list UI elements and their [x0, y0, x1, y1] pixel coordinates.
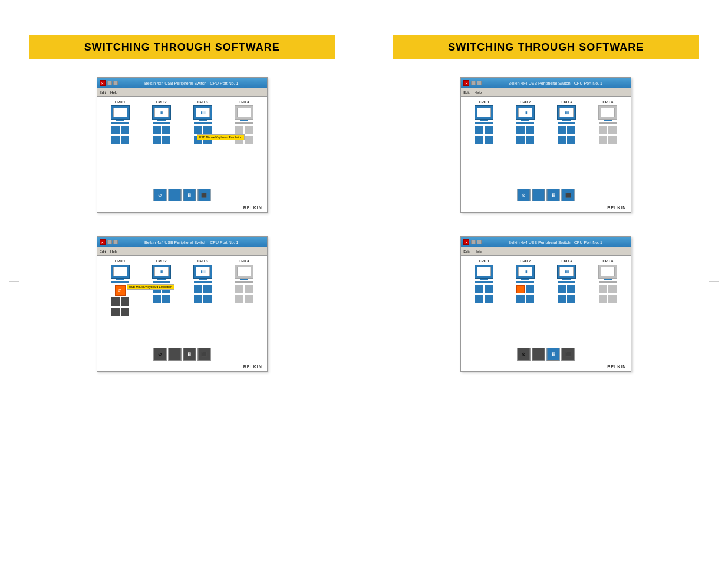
cpu-col-4: CPU 4 — [225, 100, 263, 209]
bl-toolbar-btn-1[interactable]: ⊘ — [153, 348, 166, 361]
maximize-btn-bl[interactable] — [113, 240, 118, 244]
r-sq11 — [558, 136, 566, 144]
br-line6 — [558, 282, 575, 283]
bl-toolbar-btn-4[interactable]: ⬛ — [197, 348, 210, 361]
window-toolbar-r1: ⊘ — 🖥 ⬛ — [518, 189, 575, 201]
maximize-btn-br[interactable] — [477, 240, 482, 244]
toolbar-btn-2[interactable]: — — [168, 189, 181, 201]
bl-toolbar-btn-2[interactable]: — — [168, 348, 181, 361]
r-line2 — [475, 123, 493, 124]
left-screen-1-titlebar: ✕ Belkin 4x4 USB Peripheral Switch - CPU… — [97, 78, 267, 88]
r-cpu4-sq-row1 — [599, 126, 617, 134]
cpu4-monitor — [235, 105, 253, 120]
right-screen-1-titlebar: ✕ Belkin 4x4 USB Peripheral Switch - CPU… — [461, 78, 631, 88]
window-title-r: Belkin 4x4 USB Peripheral Switch - CPU P… — [482, 81, 628, 85]
br-line7 — [599, 281, 617, 282]
left-banner-text: SWITCHING THROUGH SOFTWARE — [84, 41, 280, 53]
bl-sq12 — [203, 295, 212, 303]
close-btn[interactable]: ✕ — [100, 80, 106, 86]
r-cpu1-lines — [465, 121, 503, 124]
bl-line2 — [111, 282, 129, 283]
bl-cpu-col-1: CPU 1 ⊘ USB Mouse/Keyboard — [101, 259, 140, 368]
br-line4 — [516, 282, 534, 283]
close-btn-bl[interactable]: ✕ — [100, 239, 106, 245]
br-sq5 — [526, 285, 534, 293]
toolbar-btn-3[interactable]: 🖥 — [183, 189, 196, 201]
bl-cpu2-monitor: ▐▐ — [152, 265, 171, 279]
belkin-label-bl: BELKIN — [243, 365, 262, 369]
bl-line1 — [111, 281, 129, 282]
bl-cpu3-sq-row1 — [194, 285, 212, 293]
bl-toolbar-btn-3[interactable]: 🖥 — [183, 348, 196, 361]
right-panel: SWITCHING ThROUGH SOFTWARE ✕ Belkin 4x4 … — [364, 35, 729, 213]
br-cpu2-sq-row1 — [516, 285, 534, 293]
bl-cpu2-label: CPU 2 — [156, 259, 167, 263]
bl-cpu3-label: CPU 3 — [197, 259, 208, 263]
line1 — [194, 122, 212, 123]
cpu4-sq-row1 — [235, 126, 253, 134]
br-cpu3-screen: ▐▐▐ — [559, 267, 574, 276]
belkin-label-1: BELKIN — [243, 206, 262, 210]
r-toolbar-btn-3[interactable]: 🖥 — [547, 189, 560, 201]
br-toolbar-btn-3[interactable]: 🖥 — [547, 348, 560, 361]
br-toolbar-btn-1[interactable]: ⊘ — [518, 348, 531, 361]
menu-edit-br[interactable]: Edit — [463, 250, 469, 253]
close-btn-br[interactable]: ✕ — [463, 239, 469, 245]
line2 — [235, 123, 253, 124]
bl-sq14 — [245, 285, 253, 293]
line2 — [153, 123, 170, 124]
line2 — [111, 123, 129, 124]
cpu2-label: CPU 2 — [156, 100, 167, 104]
r-cpu4-screen — [601, 108, 615, 117]
page-content: SWITCHING THROUGH SOFTWARE ✕ Belkin 4x4 … — [0, 0, 728, 562]
bl-cpu1-screen — [113, 267, 127, 276]
toolbar-btn-4[interactable]: ⬛ — [197, 189, 210, 201]
cpu1-sq-row1 — [111, 126, 129, 134]
toolbar-btn-1[interactable]: ⊘ — [153, 189, 166, 201]
bl-line3 — [153, 281, 170, 282]
br-cpu4-label: CPU 4 — [602, 259, 613, 263]
menu-help[interactable]: Help — [110, 91, 117, 94]
bl-line5 — [194, 281, 212, 282]
sq1 — [235, 126, 243, 134]
belkin-label-r1: BELKIN — [607, 206, 626, 210]
menu-edit-r[interactable]: Edit — [463, 91, 469, 94]
bl-cpu3-lines — [183, 280, 222, 283]
minimize-btn-r[interactable] — [471, 81, 476, 85]
minimize-btn-br[interactable] — [471, 240, 476, 244]
bl-cpu4-sq-row2 — [235, 295, 253, 303]
bl-cpu4-monitor — [235, 265, 253, 279]
r-cpu-col-1: CPU 1 — [465, 100, 503, 209]
r-toolbar-btn-1[interactable]: ⊘ — [518, 189, 531, 201]
right-banner: SWITCHING ThROUGH SOFTWARE — [393, 35, 699, 59]
maximize-btn[interactable] — [113, 81, 118, 85]
maximize-btn-r[interactable] — [477, 81, 482, 85]
bl-cpu2-screen: ▐▐ — [154, 267, 169, 276]
bl-cpu1-label: CPU 1 — [115, 259, 126, 263]
cpu1-monitor — [111, 105, 130, 120]
r-cpu2-sq-row2 — [516, 136, 534, 144]
br-cpu-col-1: CPU 1 — [465, 259, 503, 368]
menu-help-br[interactable]: Help — [475, 250, 482, 253]
br-toolbar-btn-4[interactable]: ⬛ — [562, 348, 575, 361]
br-toolbar-btn-2[interactable]: — — [532, 348, 545, 361]
r-toolbar-btn-2[interactable]: — — [532, 189, 545, 201]
br-sq8 — [558, 285, 566, 293]
minimize-btn-bl[interactable] — [107, 240, 112, 244]
menu-edit[interactable]: Edit — [100, 91, 106, 94]
minimize-btn[interactable] — [107, 81, 112, 85]
sq4 — [162, 136, 170, 144]
menu-help-bl[interactable]: Help — [110, 250, 117, 253]
menu-edit-bl[interactable]: Edit — [100, 250, 106, 253]
r-sq6 — [526, 126, 534, 134]
bottom-row: ✕ Belkin 4x4 USB Peripheral Switch - CPU… — [0, 213, 728, 372]
r-sq14 — [608, 126, 617, 134]
r-toolbar-btn-4[interactable]: ⬛ — [562, 189, 575, 201]
r-cpu2-monitor: ▐▐ — [516, 105, 535, 120]
cpu1-screen — [113, 108, 127, 117]
menu-help-r[interactable]: Help — [475, 91, 482, 94]
close-btn-r[interactable]: ✕ — [463, 80, 469, 86]
cpu1-lines — [101, 121, 140, 124]
br-sq1 — [475, 285, 483, 293]
r-cpu4-label: CPU 4 — [602, 100, 613, 104]
